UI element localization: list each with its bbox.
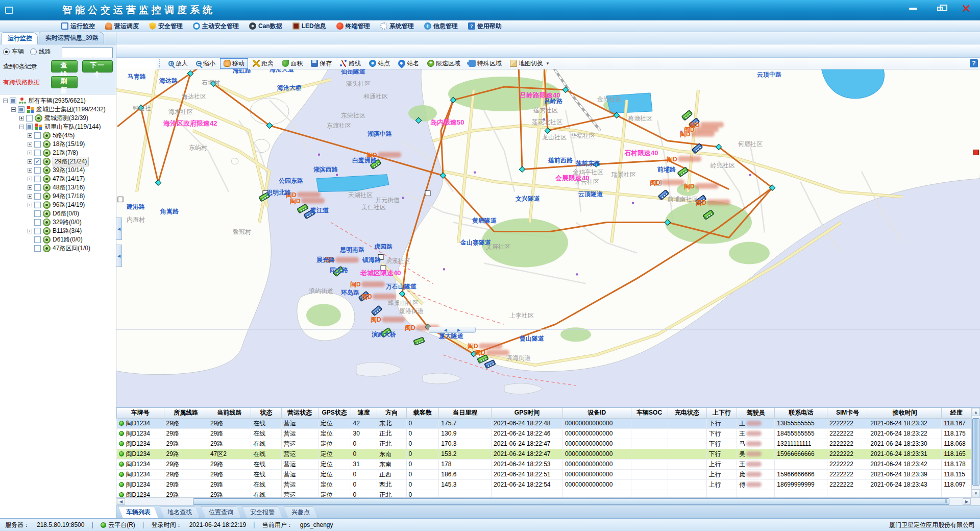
bottom-tab-3[interactable]: 安全报警 xyxy=(242,506,282,518)
tree-item[interactable]: 29路(21/24) xyxy=(2,157,116,166)
column-header[interactable]: 当前线路 xyxy=(208,408,251,418)
tree-item[interactable]: 329路(0/0) xyxy=(2,218,116,227)
find-button[interactable]: 查 找 xyxy=(51,60,78,73)
tool-pin[interactable]: 站名 xyxy=(395,58,423,69)
menu-item-gear[interactable]: 系统管理 xyxy=(375,20,419,32)
tree-checkbox[interactable] xyxy=(34,228,41,234)
menu-item-shield[interactable]: 安全管理 xyxy=(144,20,188,32)
column-header[interactable]: 状态 xyxy=(251,408,282,418)
column-header[interactable]: 联系电话 xyxy=(775,408,827,418)
tree-item[interactable]: 48路(13/16) xyxy=(2,183,116,192)
help-icon[interactable]: ? xyxy=(970,59,978,67)
close-button[interactable]: ✕ xyxy=(960,4,973,13)
tree-item[interactable]: 94路(17/18) xyxy=(2,192,116,201)
map-canvas[interactable]: 闽D闽D闽D闽D闽D闽D闽D闽D闽D闽D闽D闽D闽D闽D闽D闽D闽D马青路海达路… xyxy=(116,69,980,407)
tree-item[interactable]: 39路(10/14) xyxy=(2,166,116,175)
expand-icon[interactable] xyxy=(28,177,32,181)
scroll-down-icon[interactable]: ▼ xyxy=(972,489,980,497)
sidebar-tab-0[interactable]: 运行监控 xyxy=(1,32,38,44)
vehicle-plate-label[interactable]: 闽D xyxy=(290,198,325,205)
tree-checkbox[interactable] xyxy=(26,124,33,130)
column-header[interactable]: 载客数 xyxy=(406,408,439,418)
column-header[interactable]: 车牌号 xyxy=(117,408,164,418)
tree-item[interactable]: 5路(4/5) xyxy=(2,131,116,140)
tree-checkbox[interactable] xyxy=(34,210,41,217)
toolbar-grip[interactable] xyxy=(159,59,163,67)
bottom-tab-1[interactable]: 地名查找 xyxy=(160,506,200,518)
tool-stop[interactable]: 站点 xyxy=(365,58,394,69)
scroll-up-icon[interactable]: ▲ xyxy=(972,408,980,416)
expand-icon[interactable] xyxy=(28,151,32,155)
column-header[interactable]: GPS状态 xyxy=(318,408,351,418)
table-row[interactable]: 闽D123429路29路在线营运定位0正北0170.32021-06-24 18… xyxy=(117,439,971,449)
column-header[interactable]: 所属线路 xyxy=(164,408,208,418)
tree-checkbox[interactable] xyxy=(34,202,41,208)
expand-icon[interactable] xyxy=(19,116,24,120)
vscroll-thumb[interactable] xyxy=(972,418,979,486)
tree-checkbox[interactable] xyxy=(34,219,41,226)
tree-item[interactable]: 胡里山车队(119/144) xyxy=(2,123,116,131)
table-row[interactable]: 闽D123429路29路在线营运定位31东南01782021-06-24 18:… xyxy=(117,459,971,469)
column-header[interactable]: 当日里程 xyxy=(439,408,492,418)
column-header[interactable]: 驾驶员 xyxy=(737,408,775,418)
next-button[interactable]: 下一个 xyxy=(82,60,113,73)
menu-item-person[interactable]: 营运调度 xyxy=(100,20,144,32)
tree-checkbox[interactable] xyxy=(34,193,41,200)
collapse-icon[interactable] xyxy=(19,125,24,129)
table-horizontal-scrollbar[interactable]: ◀ ▶ xyxy=(116,497,980,505)
table-row[interactable]: 闽D123429路29路在线营运定位30正北0130.92021-06-24 1… xyxy=(117,428,971,439)
column-header[interactable]: 营运状态 xyxy=(281,408,318,418)
tool-save[interactable]: 保存 xyxy=(307,58,335,69)
tool-mapsw[interactable]: 地图切换▼ xyxy=(506,58,553,69)
menu-item-wheel[interactable]: Can数据 xyxy=(244,20,287,32)
column-header[interactable]: 车辆SOC xyxy=(631,408,668,418)
tree-item[interactable]: B11路(3/4) xyxy=(2,227,116,235)
tree-checkbox[interactable] xyxy=(34,158,41,165)
tree-item[interactable]: D61路(0/0) xyxy=(2,235,116,244)
menu-item-monitor[interactable]: 运行监控 xyxy=(56,20,100,32)
tree-checkbox[interactable] xyxy=(34,236,41,243)
table-row[interactable]: 闽D123429路29路在线营运定位0西北0145.32021-06-24 18… xyxy=(117,479,971,490)
tool-hand[interactable]: 移动 xyxy=(220,58,248,69)
vehicle-plate-label[interactable]: 闽D xyxy=(475,349,509,356)
sidebar-collapse-button-2[interactable]: ◀ xyxy=(116,245,122,267)
refresh-button[interactable]: 刷 新 xyxy=(51,76,78,88)
tree-item[interactable]: 鹭城巴士集团(1199/2432) xyxy=(2,105,116,114)
expand-icon[interactable] xyxy=(28,133,32,138)
expand-icon[interactable] xyxy=(28,203,32,207)
expand-icon[interactable] xyxy=(28,185,32,190)
expand-icon[interactable] xyxy=(28,168,32,173)
vehicle-plate-label[interactable]: 闽D xyxy=(650,179,684,186)
column-header[interactable]: SIM卡号 xyxy=(827,408,868,418)
bottom-tab-0[interactable]: 车辆列表 xyxy=(118,506,158,518)
map-svg[interactable]: 闽D闽D闽D闽D闽D闽D闽D闽D闽D闽D闽D闽D闽D闽D闽D闽D闽D马青路海达路… xyxy=(116,69,980,407)
scroll-left-icon[interactable]: ◀ xyxy=(117,498,125,505)
vehicle-plate-label[interactable]: 闽D xyxy=(684,183,719,190)
vehicle-plate-label[interactable]: 闽D xyxy=(680,131,715,138)
table-row[interactable]: 闽D123429路29路在线营运定位0正北0 xyxy=(117,490,971,497)
table-row[interactable]: 闽D123429路29路在线营运定位42东北0175.72021-06-24 1… xyxy=(117,418,971,428)
tree-item[interactable]: 47路(14/17) xyxy=(2,175,116,183)
tree-checkbox[interactable] xyxy=(34,141,41,148)
tree-checkbox[interactable] xyxy=(34,184,41,191)
tool-szone[interactable]: 限速区域 xyxy=(424,58,464,69)
minimize-button[interactable] xyxy=(906,4,920,13)
collapse-icon[interactable] xyxy=(11,107,16,112)
map-side-red-button[interactable] xyxy=(973,150,979,155)
tree-item[interactable]: 所有车辆(2935/6621) xyxy=(2,96,116,105)
column-header[interactable]: 上下行 xyxy=(706,408,737,418)
hscroll-thumb[interactable] xyxy=(193,498,949,505)
expand-icon[interactable] xyxy=(28,194,32,199)
sidebar-tab-1[interactable]: 实时运营信息_39路 xyxy=(39,32,104,44)
line-radio[interactable] xyxy=(30,49,37,55)
tool-zin[interactable]: 放大 xyxy=(165,58,191,69)
tree-item[interactable]: 18路(15/19) xyxy=(2,140,116,149)
tree-item[interactable]: 鹭城酒测(32/39) xyxy=(2,114,116,123)
tree-checkbox[interactable] xyxy=(18,106,24,113)
menu-item-term[interactable]: 终端管理 xyxy=(331,20,375,32)
restore-button[interactable] xyxy=(933,4,946,13)
vehicle-plate-label[interactable]: 闽D xyxy=(667,156,701,163)
column-header[interactable]: 方向 xyxy=(377,408,406,418)
bottom-tab-2[interactable]: 位置查询 xyxy=(201,506,241,518)
table-row[interactable]: 闽D123429路47区2在线营运定位0东南0153.22021-06-24 1… xyxy=(117,449,971,459)
